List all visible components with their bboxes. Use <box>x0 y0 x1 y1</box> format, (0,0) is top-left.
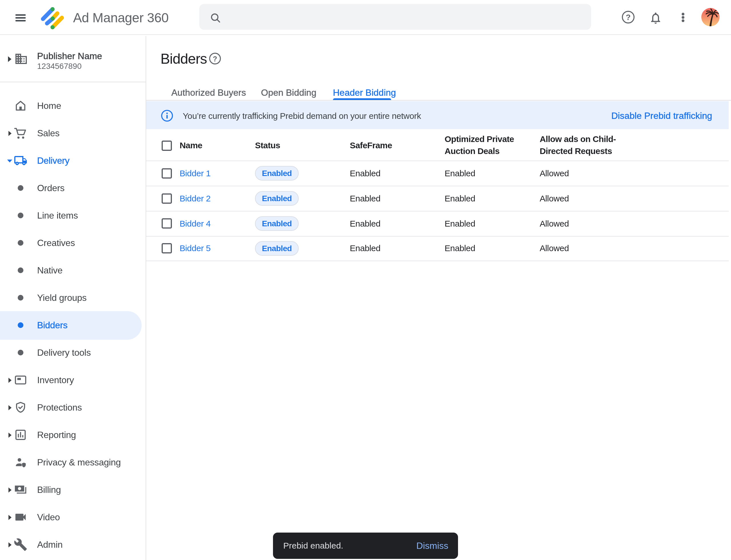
svg-text:?: ? <box>213 55 217 63</box>
svg-text:?: ? <box>626 13 630 22</box>
